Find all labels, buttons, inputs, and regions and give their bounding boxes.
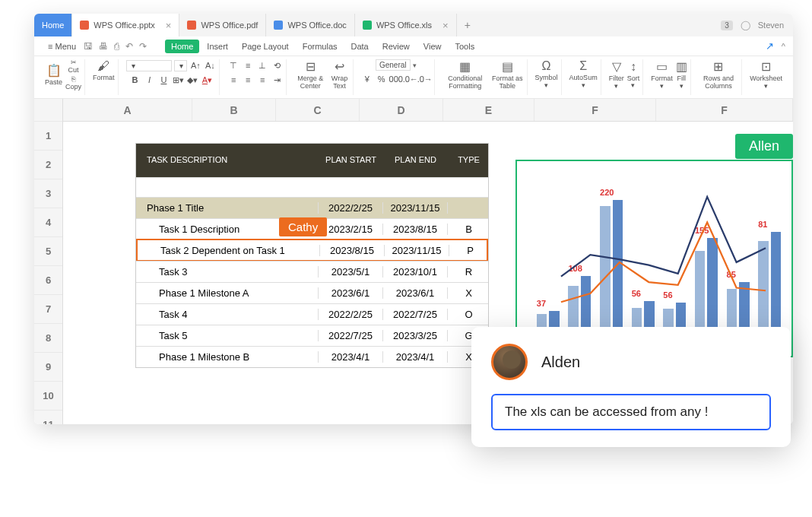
table-row[interactable]: Task 1 Description2023/2/152023/8/15BCat… (136, 218, 488, 239)
table-row[interactable]: Phase 1 Milestone A2023/6/12023/6/1X (136, 282, 488, 303)
undo-icon[interactable]: ↶ (125, 41, 133, 52)
menu-formulas[interactable]: Formulas (297, 40, 344, 53)
cell-plan-end[interactable]: 2023/11/15 (383, 202, 448, 214)
rows-columns-button[interactable]: ⊞Rows and Columns (699, 59, 738, 90)
select-all-corner[interactable] (34, 99, 62, 122)
cell-plan-end[interactable]: 2023/3/25 (383, 330, 448, 341)
table-row[interactable]: Task 52022/7/252023/3/25G (136, 325, 488, 346)
row-header[interactable]: 3 (34, 179, 62, 208)
increase-font-icon[interactable]: A↑ (189, 59, 201, 71)
cell-plan-end[interactable]: 2023/8/15 (383, 224, 448, 235)
format-button[interactable]: ▭Format ▾ (651, 59, 673, 90)
user-avatar-icon[interactable]: ◯ (741, 20, 750, 30)
cell-plan-start[interactable]: 2023/5/1 (319, 266, 383, 278)
cell-plan-start[interactable]: 2023/8/15 (320, 245, 385, 256)
row-header[interactable]: 4 (34, 208, 62, 237)
row-header[interactable]: 6 (34, 266, 62, 295)
increase-decimal-icon[interactable]: .0← (404, 73, 417, 85)
cell-plan-end[interactable]: 2023/10/1 (383, 266, 448, 278)
paste-button[interactable]: 📋Paste (45, 63, 62, 87)
cell-type[interactable]: R (448, 266, 490, 278)
italic-button[interactable]: I (143, 74, 155, 86)
indent-icon[interactable]: ⇥ (271, 74, 283, 86)
row-header[interactable]: 8 (34, 324, 62, 353)
cell-type[interactable]: P (449, 245, 491, 256)
user-name[interactable]: Steven (758, 21, 784, 30)
row-header[interactable]: 1 (34, 122, 62, 151)
conditional-formatting-button[interactable]: ▦Conditional Formatting (442, 59, 488, 90)
cell-type[interactable]: X (448, 287, 490, 299)
orientation-icon[interactable]: ⟲ (271, 59, 283, 71)
worksheet-button[interactable]: ⊡Worksheet ▾ (750, 59, 782, 90)
row-header[interactable]: 2 (34, 151, 62, 179)
cell-plan-start[interactable]: 2022/7/25 (319, 330, 383, 341)
col-header[interactable]: E (443, 99, 534, 121)
tab-add-button[interactable]: + (457, 14, 478, 36)
cell-description[interactable]: Task 4 (136, 309, 319, 320)
col-header[interactable]: F (656, 99, 793, 121)
cell-plan-start[interactable]: 2023/6/1 (319, 287, 383, 299)
cell-type[interactable]: O (448, 309, 490, 320)
row-header[interactable]: 5 (34, 237, 62, 266)
cell-plan-end[interactable]: 2023/11/15 (385, 245, 449, 256)
table-row[interactable]: Task 32023/5/12023/10/1R (136, 261, 488, 282)
font-color-button[interactable]: A▾ (201, 74, 213, 86)
tab-home[interactable]: Home (34, 14, 72, 36)
redo-icon[interactable]: ↷ (139, 41, 147, 52)
save-icon[interactable]: 🖫 (84, 41, 93, 52)
cell-type[interactable]: B (448, 224, 490, 235)
copy-button[interactable]: ⎘ Copy (65, 76, 81, 91)
menu-data[interactable]: Data (345, 40, 375, 53)
col-header[interactable]: C (276, 99, 360, 121)
preview-icon[interactable]: ⎙ (114, 41, 119, 52)
cell-description[interactable]: Phase 1 Milestone A (136, 287, 319, 299)
fill-button[interactable]: ▥Fill ▾ (676, 59, 687, 90)
underline-button[interactable]: U (157, 74, 170, 86)
menu-page-layout[interactable]: Page Layout (236, 40, 295, 53)
tab-pptx[interactable]: WPS Office.pptx× (72, 14, 179, 36)
menu-review[interactable]: Review (376, 40, 416, 53)
filter-button[interactable]: ▽Filter ▾ (609, 59, 624, 90)
decrease-font-icon[interactable]: A↓ (204, 59, 216, 71)
align-bottom-icon[interactable]: ⊥ (256, 59, 268, 71)
comment-input[interactable]: The xls can be accessed from any ! (491, 394, 771, 430)
fill-color-button[interactable]: ◆▾ (186, 74, 198, 86)
border-button[interactable]: ⊞▾ (172, 74, 184, 86)
wrap-text-button[interactable]: ↩Wrap Text (329, 59, 350, 90)
cell-plan-end[interactable]: 2023/4/1 (383, 351, 448, 363)
menu-insert[interactable]: Insert (201, 40, 234, 53)
col-header[interactable]: A (63, 99, 192, 121)
row-header[interactable]: 10 (34, 382, 62, 411)
share-icon[interactable]: ↗ (766, 40, 774, 52)
cell-plan-end[interactable]: 2023/6/1 (383, 287, 448, 299)
row-header[interactable]: 11 (34, 411, 62, 424)
col-header[interactable]: F (534, 99, 656, 121)
table-row[interactable]: Phase 1 Title2022/2/252023/11/15 (136, 197, 488, 218)
font-family-select[interactable]: ▾ (126, 60, 172, 71)
align-top-icon[interactable]: ⊤ (227, 59, 239, 71)
tab-pdf[interactable]: WPS Office.pdf (179, 14, 266, 36)
format-painter-button[interactable]: 🖌Format (93, 59, 115, 82)
number-format-select[interactable]: General (376, 59, 411, 71)
align-left-icon[interactable]: ≡ (227, 74, 239, 86)
merge-center-button[interactable]: ⊟Merge & Center (294, 59, 326, 90)
font-size-select[interactable]: ▾ (174, 60, 188, 71)
align-center-icon[interactable]: ≡ (242, 74, 254, 86)
cell-description[interactable]: Task 5 (136, 330, 319, 341)
menu-button[interactable]: ≡ Menu (42, 40, 82, 53)
cell-description[interactable]: Task 2 Dependent on Task 1 (138, 245, 320, 256)
cell-description[interactable]: Phase 1 Milestone B (136, 351, 319, 363)
cell-plan-start[interactable]: 2023/4/1 (319, 351, 383, 363)
decrease-decimal-icon[interactable]: .0→ (419, 73, 431, 85)
tab-doc[interactable]: WPS Office.doc (266, 14, 354, 36)
col-header[interactable]: D (360, 99, 443, 121)
bold-button[interactable]: B (128, 74, 141, 86)
symbol-button[interactable]: ΩSymbol ▾ (535, 59, 558, 90)
format-as-table-button[interactable]: ▤Format as Table (491, 59, 524, 90)
currency-icon[interactable]: ¥ (361, 73, 373, 85)
autosum-button[interactable]: ΣAutoSum ▾ (569, 59, 598, 90)
cell-plan-start[interactable]: 2022/2/25 (319, 202, 383, 214)
close-icon[interactable]: × (442, 20, 449, 31)
table-row[interactable]: Task 42022/2/252022/7/25O (136, 303, 488, 325)
align-middle-icon[interactable]: ≡ (242, 59, 254, 71)
